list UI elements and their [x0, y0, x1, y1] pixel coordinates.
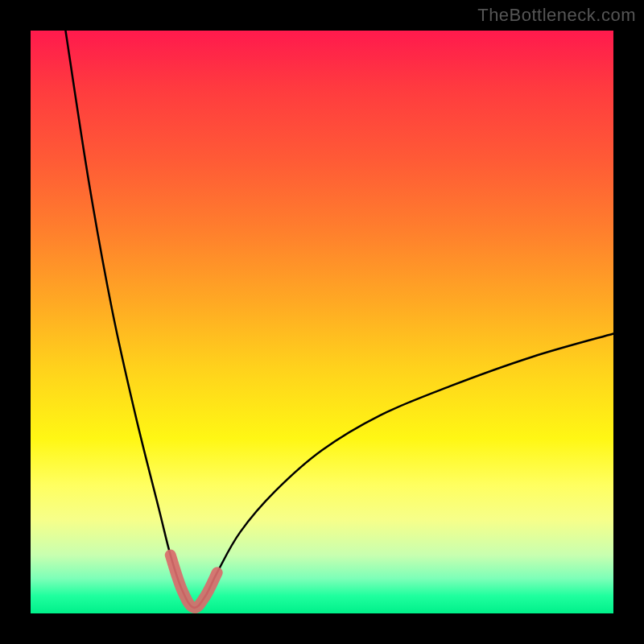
watermark-text: TheBottleneck.com	[477, 5, 636, 26]
plot-area	[31, 31, 613, 613]
chart-frame: TheBottleneck.com	[0, 0, 644, 644]
bottleneck-curve	[65, 31, 613, 608]
optimal-range-highlight	[171, 555, 217, 608]
curve-layer	[31, 31, 613, 613]
